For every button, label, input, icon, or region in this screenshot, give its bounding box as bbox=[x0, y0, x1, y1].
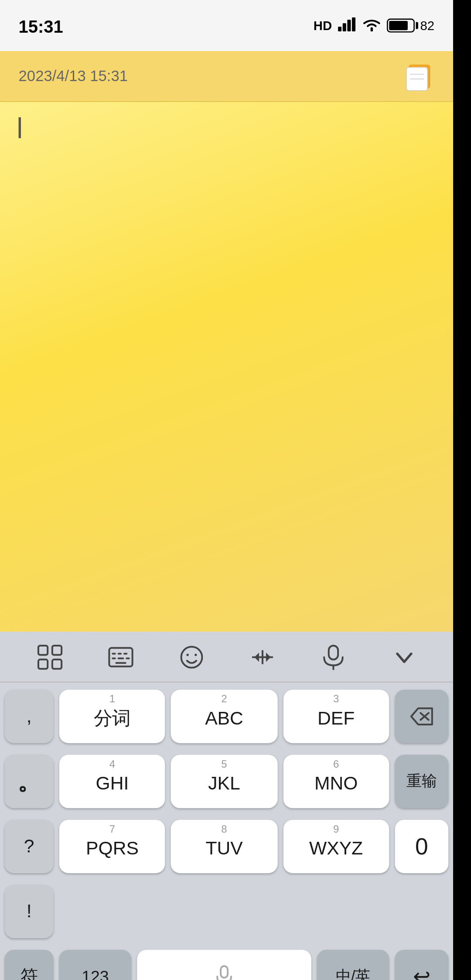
keyboard-row-1: , 1 分词 2 ABC 3 DEF bbox=[5, 690, 448, 743]
svg-rect-10 bbox=[38, 659, 47, 668]
battery-percent: 82 bbox=[420, 19, 435, 33]
key-123[interactable]: 123 bbox=[59, 950, 131, 980]
svg-point-22 bbox=[194, 653, 196, 655]
key-space[interactable] bbox=[137, 950, 311, 980]
svg-rect-1 bbox=[342, 23, 346, 31]
key-tuv[interactable]: 8 TUV bbox=[171, 820, 277, 873]
punct-question-key[interactable]: ? bbox=[5, 820, 54, 873]
key-pqrs[interactable]: 7 PQRS bbox=[59, 820, 165, 873]
apps-icon[interactable] bbox=[28, 636, 70, 677]
battery-icon bbox=[386, 19, 414, 33]
key-wxyz[interactable]: 9 WXYZ bbox=[283, 820, 389, 873]
status-bar: 15:31 HD 8 bbox=[0, 0, 453, 51]
note-stack-button[interactable] bbox=[402, 60, 435, 92]
status-icons: HD 82 bbox=[314, 17, 434, 34]
key-fu[interactable]: 符 bbox=[5, 950, 54, 980]
wifi-icon bbox=[362, 17, 381, 34]
key-chongru[interactable]: 重输 bbox=[395, 755, 449, 808]
keyboard-row-bottom: 符 123 中/英 ↩ bbox=[5, 950, 448, 980]
svg-rect-8 bbox=[38, 645, 47, 654]
chevron-down-icon[interactable] bbox=[383, 636, 425, 677]
punct-column-2: 。 bbox=[5, 755, 54, 808]
text-cursor bbox=[19, 117, 21, 138]
svg-rect-9 bbox=[52, 645, 61, 654]
punct-column: , bbox=[5, 690, 54, 743]
keyboard-toolbar bbox=[0, 632, 453, 683]
punct-period-key[interactable]: 。 bbox=[5, 755, 54, 808]
keyboard-row-3: ? ! 7 PQRS 8 TUV 9 WXYZ 0 bbox=[5, 820, 448, 938]
key-abc[interactable]: 2 ABC bbox=[171, 690, 277, 743]
punct-comma-key[interactable]: , bbox=[5, 690, 54, 743]
svg-point-21 bbox=[186, 653, 188, 655]
note-date: 2023/4/13 15:31 bbox=[19, 67, 128, 85]
signal-icon: HD bbox=[314, 19, 332, 33]
key-fensi[interactable]: 1 分词 bbox=[59, 690, 165, 743]
keyboard: , 1 分词 2 ABC 3 DEF bbox=[0, 683, 453, 980]
svg-rect-31 bbox=[221, 966, 228, 978]
emoji-icon[interactable] bbox=[170, 636, 212, 677]
svg-point-20 bbox=[181, 646, 201, 667]
svg-rect-0 bbox=[338, 27, 341, 31]
key-mno[interactable]: 6 MNO bbox=[283, 755, 389, 808]
punct-exclaim-key[interactable]: ! bbox=[5, 885, 54, 939]
signal-bars-icon bbox=[338, 17, 356, 34]
key-lang[interactable]: 中/英 bbox=[317, 950, 389, 980]
svg-rect-2 bbox=[347, 20, 351, 31]
svg-rect-27 bbox=[328, 645, 337, 659]
note-content-area[interactable] bbox=[0, 102, 453, 632]
punct-column-3: ? ! bbox=[5, 820, 54, 938]
key-zero[interactable]: 0 bbox=[395, 820, 449, 873]
keyboard-icon[interactable] bbox=[99, 636, 141, 677]
key-jkl[interactable]: 5 JKL bbox=[171, 755, 277, 808]
keyboard-row-2: 。 4 GHI 5 JKL 6 MNO 重输 bbox=[5, 755, 448, 808]
key-def[interactable]: 3 DEF bbox=[283, 690, 389, 743]
svg-rect-11 bbox=[52, 659, 61, 668]
status-time: 15:31 bbox=[19, 16, 63, 35]
note-header: 2023/4/13 15:31 bbox=[0, 51, 453, 102]
key-ghi[interactable]: 4 GHI bbox=[59, 755, 165, 808]
mic-icon[interactable] bbox=[312, 636, 354, 677]
backspace-key[interactable] bbox=[395, 690, 449, 743]
cursor-move-icon[interactable] bbox=[241, 636, 283, 677]
svg-rect-3 bbox=[352, 17, 355, 31]
key-enter[interactable]: ↩ bbox=[395, 950, 449, 980]
